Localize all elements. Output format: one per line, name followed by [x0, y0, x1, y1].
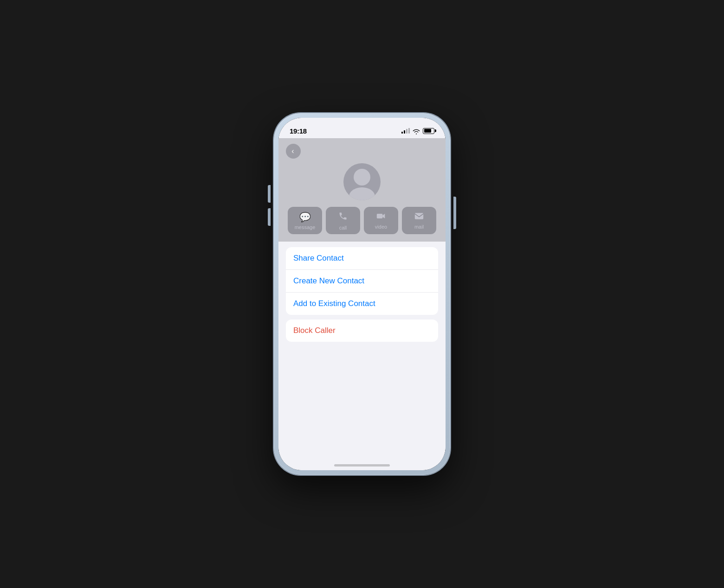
battery-icon — [423, 128, 434, 134]
back-button[interactable]: ‹ — [286, 144, 301, 159]
status-time: 19:18 — [290, 127, 307, 135]
contact-actions-group: Share Contact Create New Contact Add to … — [286, 247, 438, 315]
wifi-icon — [413, 128, 420, 134]
message-button[interactable]: 💬 message — [288, 207, 322, 234]
status-bar: 19:18 — [278, 118, 446, 138]
block-caller-item[interactable]: Block Caller — [286, 320, 438, 342]
signal-icon — [401, 128, 410, 134]
svg-rect-3 — [415, 213, 423, 219]
message-icon: 💬 — [299, 211, 311, 223]
message-label: message — [295, 224, 316, 230]
menu-section: Share Contact Create New Contact Add to … — [278, 242, 446, 470]
volume-down-button[interactable] — [268, 208, 271, 226]
create-new-contact-item[interactable]: Create New Contact — [286, 270, 438, 293]
svg-point-1 — [349, 187, 375, 200]
contact-header: ‹ 💬 message — [278, 138, 446, 242]
video-label: video — [375, 224, 387, 230]
share-contact-item[interactable]: Share Contact — [286, 247, 438, 270]
video-button[interactable]: video — [364, 207, 398, 234]
call-button[interactable]: call — [326, 207, 360, 234]
mail-icon — [414, 211, 424, 222]
home-indicator — [334, 464, 390, 467]
video-icon — [376, 211, 386, 222]
add-to-existing-contact-item[interactable]: Add to Existing Contact — [286, 293, 438, 315]
person-icon — [343, 163, 381, 200]
action-buttons: 💬 message call — [286, 207, 438, 234]
phone-frame: 19:18 — [274, 113, 450, 475]
avatar-area — [286, 163, 438, 200]
svg-rect-2 — [377, 214, 383, 218]
call-label: call — [339, 225, 347, 230]
status-icons — [401, 128, 434, 134]
volume-up-button[interactable] — [268, 185, 271, 203]
screen-content: 19:18 — [278, 118, 446, 470]
avatar — [343, 163, 381, 200]
call-icon — [338, 211, 348, 223]
block-caller-group: Block Caller — [286, 320, 438, 342]
power-button[interactable] — [453, 197, 456, 229]
svg-point-0 — [354, 169, 370, 185]
mail-button[interactable]: mail — [402, 207, 436, 234]
phone-screen: 19:18 — [278, 118, 446, 470]
back-chevron-icon: ‹ — [291, 147, 294, 155]
mail-label: mail — [414, 224, 424, 230]
